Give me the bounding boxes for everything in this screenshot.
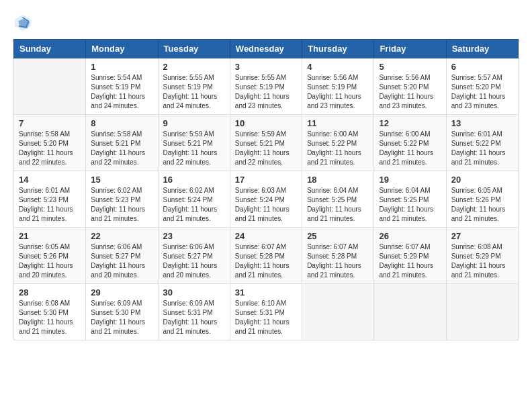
day-number: 30 [163,287,225,298]
weekday-header-wednesday: Wednesday [230,40,302,58]
day-number: 28 [19,287,81,298]
weekday-header-friday: Friday [374,40,446,58]
day-info: Sunrise: 6:07 AM Sunset: 5:29 PM Dayligh… [379,242,441,280]
day-number: 26 [379,231,441,241]
day-number: 3 [235,62,297,72]
day-number: 20 [451,175,513,185]
logo [13,13,35,32]
day-info: Sunrise: 6:01 AM Sunset: 5:23 PM Dayligh… [19,186,81,224]
day-info: Sunrise: 6:09 AM Sunset: 5:30 PM Dayligh… [91,299,152,336]
calendar-cell: 6Sunrise: 5:57 AM Sunset: 5:20 PM Daylig… [446,58,518,115]
day-info: Sunrise: 6:10 AM Sunset: 5:31 PM Dayligh… [235,299,297,336]
day-number: 19 [379,175,441,185]
day-info: Sunrise: 6:00 AM Sunset: 5:22 PM Dayligh… [379,130,441,167]
calendar-cell: 20Sunrise: 6:05 AM Sunset: 5:26 PM Dayli… [446,171,518,228]
calendar-cell: 1Sunrise: 5:54 AM Sunset: 5:19 PM Daylig… [86,58,158,115]
day-number: 9 [163,118,225,128]
day-info: Sunrise: 6:02 AM Sunset: 5:23 PM Dayligh… [91,186,152,224]
day-info: Sunrise: 6:00 AM Sunset: 5:22 PM Dayligh… [307,130,369,167]
week-row-2: 7Sunrise: 5:58 AM Sunset: 5:20 PM Daylig… [14,115,519,171]
calendar-cell [14,58,86,115]
day-info: Sunrise: 5:57 AM Sunset: 5:20 PM Dayligh… [451,73,513,111]
day-number: 6 [451,62,513,72]
day-number: 24 [235,231,297,241]
day-info: Sunrise: 6:08 AM Sunset: 5:30 PM Dayligh… [19,299,81,336]
day-info: Sunrise: 5:59 AM Sunset: 5:21 PM Dayligh… [235,130,297,167]
week-row-3: 14Sunrise: 6:01 AM Sunset: 5:23 PM Dayli… [14,171,519,228]
day-number: 4 [307,62,369,72]
calendar-cell: 4Sunrise: 5:56 AM Sunset: 5:19 PM Daylig… [302,58,374,115]
calendar-cell: 10Sunrise: 5:59 AM Sunset: 5:21 PM Dayli… [230,115,302,171]
day-number: 13 [451,118,513,128]
calendar-cell: 9Sunrise: 5:59 AM Sunset: 5:21 PM Daylig… [158,115,230,171]
calendar-cell: 15Sunrise: 6:02 AM Sunset: 5:23 PM Dayli… [86,171,158,228]
calendar-cell: 23Sunrise: 6:06 AM Sunset: 5:27 PM Dayli… [158,228,230,284]
day-info: Sunrise: 6:05 AM Sunset: 5:26 PM Dayligh… [19,242,81,280]
week-row-4: 21Sunrise: 6:05 AM Sunset: 5:26 PM Dayli… [14,228,519,284]
calendar-cell: 11Sunrise: 6:00 AM Sunset: 5:22 PM Dayli… [302,115,374,171]
day-number: 31 [235,287,297,298]
calendar-cell: 5Sunrise: 5:56 AM Sunset: 5:20 PM Daylig… [374,58,446,115]
calendar-cell: 12Sunrise: 6:00 AM Sunset: 5:22 PM Dayli… [374,115,446,171]
calendar-cell: 21Sunrise: 6:05 AM Sunset: 5:26 PM Dayli… [14,228,86,284]
calendar-cell: 16Sunrise: 6:02 AM Sunset: 5:24 PM Dayli… [158,171,230,228]
calendar-cell: 25Sunrise: 6:07 AM Sunset: 5:28 PM Dayli… [302,228,374,284]
calendar-cell: 28Sunrise: 6:08 AM Sunset: 5:30 PM Dayli… [14,284,86,340]
day-info: Sunrise: 6:07 AM Sunset: 5:28 PM Dayligh… [307,242,369,280]
day-info: Sunrise: 6:08 AM Sunset: 5:29 PM Dayligh… [451,242,513,280]
weekday-header-tuesday: Tuesday [158,40,230,58]
day-info: Sunrise: 5:58 AM Sunset: 5:20 PM Dayligh… [19,130,81,167]
calendar-cell: 13Sunrise: 6:01 AM Sunset: 5:22 PM Dayli… [446,115,518,171]
day-number: 27 [451,231,513,241]
day-number: 2 [163,62,225,72]
week-row-5: 28Sunrise: 6:08 AM Sunset: 5:30 PM Dayli… [14,284,519,340]
day-number: 14 [19,175,81,185]
logo-icon [13,13,32,32]
day-number: 17 [235,175,297,185]
day-number: 1 [91,62,152,72]
day-number: 10 [235,118,297,128]
day-info: Sunrise: 5:54 AM Sunset: 5:19 PM Dayligh… [91,73,152,111]
day-number: 12 [379,118,441,128]
calendar-cell: 24Sunrise: 6:07 AM Sunset: 5:28 PM Dayli… [230,228,302,284]
calendar-cell: 22Sunrise: 6:06 AM Sunset: 5:27 PM Dayli… [86,228,158,284]
calendar-cell [302,284,374,340]
calendar-cell: 29Sunrise: 6:09 AM Sunset: 5:30 PM Dayli… [86,284,158,340]
day-info: Sunrise: 6:04 AM Sunset: 5:25 PM Dayligh… [379,186,441,224]
day-info: Sunrise: 5:55 AM Sunset: 5:19 PM Dayligh… [163,73,225,111]
day-info: Sunrise: 6:03 AM Sunset: 5:24 PM Dayligh… [235,186,297,224]
day-info: Sunrise: 6:07 AM Sunset: 5:28 PM Dayligh… [235,242,297,280]
day-info: Sunrise: 6:05 AM Sunset: 5:26 PM Dayligh… [451,186,513,224]
weekday-header-saturday: Saturday [446,40,518,58]
day-info: Sunrise: 5:55 AM Sunset: 5:19 PM Dayligh… [235,73,297,111]
day-number: 22 [91,231,152,241]
day-number: 29 [91,287,152,298]
day-info: Sunrise: 5:59 AM Sunset: 5:21 PM Dayligh… [163,130,225,167]
calendar-cell: 27Sunrise: 6:08 AM Sunset: 5:29 PM Dayli… [446,228,518,284]
day-number: 7 [19,118,81,128]
calendar-cell: 3Sunrise: 5:55 AM Sunset: 5:19 PM Daylig… [230,58,302,115]
day-info: Sunrise: 6:09 AM Sunset: 5:31 PM Dayligh… [163,299,225,336]
day-info: Sunrise: 6:06 AM Sunset: 5:27 PM Dayligh… [91,242,152,280]
day-number: 21 [19,231,81,241]
day-info: Sunrise: 6:01 AM Sunset: 5:22 PM Dayligh… [451,130,513,167]
day-number: 16 [163,175,225,185]
calendar-cell: 19Sunrise: 6:04 AM Sunset: 5:25 PM Dayli… [374,171,446,228]
day-number: 18 [307,175,369,185]
calendar-cell: 31Sunrise: 6:10 AM Sunset: 5:31 PM Dayli… [230,284,302,340]
calendar-cell: 8Sunrise: 5:58 AM Sunset: 5:21 PM Daylig… [86,115,158,171]
calendar-cell [446,284,518,340]
day-info: Sunrise: 5:58 AM Sunset: 5:21 PM Dayligh… [91,130,152,167]
day-info: Sunrise: 6:04 AM Sunset: 5:25 PM Dayligh… [307,186,369,224]
day-number: 25 [307,231,369,241]
weekday-header-sunday: Sunday [14,40,86,58]
day-number: 5 [379,62,441,72]
day-info: Sunrise: 5:56 AM Sunset: 5:20 PM Dayligh… [379,73,441,111]
weekday-header-monday: Monday [86,40,158,58]
calendar-cell: 18Sunrise: 6:04 AM Sunset: 5:25 PM Dayli… [302,171,374,228]
calendar-table: SundayMondayTuesdayWednesdayThursdayFrid… [13,39,519,340]
day-number: 11 [307,118,369,128]
calendar-cell: 17Sunrise: 6:03 AM Sunset: 5:24 PM Dayli… [230,171,302,228]
day-number: 23 [163,231,225,241]
header [13,13,519,32]
